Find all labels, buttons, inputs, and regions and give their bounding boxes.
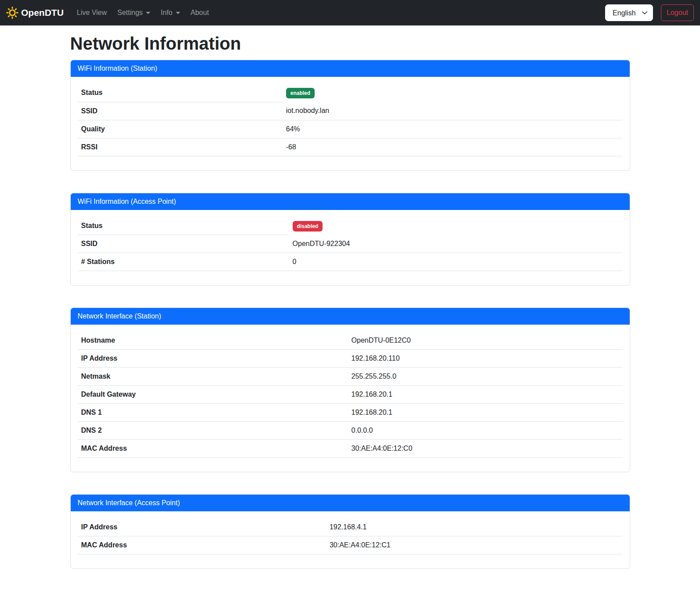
nav-item-settings[interactable]: Settings — [114, 5, 154, 20]
chevron-down-icon — [176, 12, 180, 14]
row-value: 192.168.4.1 — [326, 518, 623, 536]
nav-item-info[interactable]: Info — [157, 5, 184, 20]
table-row: IP Address192.168.20.110 — [78, 350, 623, 368]
row-value: 0 — [289, 253, 623, 271]
info-table: IP Address192.168.4.1MAC Address30:AE:A4… — [78, 518, 623, 554]
language-select-wrap: English — [605, 4, 653, 21]
row-label: MAC Address — [78, 536, 326, 554]
row-label: IP Address — [78, 518, 326, 536]
card-wifi-station: WiFi Information (Station) Statusenabled… — [70, 60, 630, 171]
table-row: # Stations0 — [78, 253, 623, 271]
card-body: StatusenabledSSIDiot.nobody.lanQuality64… — [71, 77, 630, 170]
card-body: HostnameOpenDTU-0E12C0IP Address192.168.… — [71, 325, 630, 472]
row-value: -68 — [283, 138, 623, 156]
sun-icon — [6, 7, 18, 19]
table-row: MAC Address30:AE:A4:0E:12:C0 — [78, 440, 623, 458]
status-badge: enabled — [286, 88, 315, 98]
table-row: DNS 20.0.0.0 — [78, 422, 623, 440]
card-network-interface-access-point: Network Interface (Access Point) IP Addr… — [70, 494, 630, 569]
nav-item-label: About — [191, 9, 209, 17]
row-label: RSSI — [78, 138, 283, 156]
row-value: 192.168.20.110 — [348, 350, 623, 368]
card-header: WiFi Information (Access Point) — [71, 193, 630, 210]
row-label: # Stations — [78, 253, 289, 271]
row-value: 30:AE:A4:0E:12:C0 — [348, 440, 623, 458]
table-row: Statusdisabled — [78, 217, 623, 235]
row-value: enabled — [283, 84, 623, 102]
card-header: Network Interface (Access Point) — [71, 495, 630, 511]
row-value: OpenDTU-0E12C0 — [348, 332, 623, 350]
table-row: SSIDOpenDTU-922304 — [78, 235, 623, 253]
nav-item-label: Settings — [117, 9, 143, 17]
table-row: MAC Address30:AE:A4:0E:12:C1 — [78, 536, 623, 554]
table-row: SSIDiot.nobody.lan — [78, 102, 623, 120]
row-label: MAC Address — [78, 440, 348, 458]
row-value: 192.168.20.1 — [348, 386, 623, 404]
row-label: Netmask — [78, 368, 348, 386]
row-value: disabled — [289, 217, 623, 235]
info-table: HostnameOpenDTU-0E12C0IP Address192.168.… — [78, 332, 623, 458]
row-label: Quality — [78, 120, 283, 138]
navbar-right: English Logout — [605, 4, 694, 21]
row-label: DNS 2 — [78, 422, 348, 440]
card-wifi-access-point: WiFi Information (Access Point) Statusdi… — [70, 193, 630, 286]
table-row: Statusenabled — [78, 84, 623, 102]
page-title: Network Information — [70, 33, 630, 54]
brand-logo[interactable]: OpenDTU — [6, 7, 64, 19]
row-label: Hostname — [78, 332, 348, 350]
row-value: 30:AE:A4:0E:12:C1 — [326, 536, 623, 554]
row-value: 255.255.255.0 — [348, 368, 623, 386]
card-body: IP Address192.168.4.1MAC Address30:AE:A4… — [71, 511, 630, 568]
card-body: StatusdisabledSSIDOpenDTU-922304# Statio… — [71, 210, 630, 286]
status-badge: disabled — [293, 221, 323, 232]
info-table: StatusdisabledSSIDOpenDTU-922304# Statio… — [78, 217, 623, 271]
top-navbar: OpenDTU Live View Settings Info About En… — [0, 0, 700, 25]
row-value: 192.168.20.1 — [348, 404, 623, 422]
brand-label: OpenDTU — [21, 7, 64, 18]
table-row: Netmask255.255.255.0 — [78, 368, 623, 386]
nav-item-about[interactable]: About — [187, 5, 213, 20]
card-header: Network Interface (Station) — [71, 308, 630, 325]
nav-item-live-view[interactable]: Live View — [73, 5, 110, 20]
row-label: IP Address — [78, 350, 348, 368]
table-row: HostnameOpenDTU-0E12C0 — [78, 332, 623, 350]
logout-button[interactable]: Logout — [661, 4, 694, 21]
nav-links: Live View Settings Info About — [72, 5, 214, 20]
row-value: 64% — [283, 120, 623, 138]
main-container: Network Information WiFi Information (St… — [70, 33, 630, 569]
row-label: SSID — [78, 102, 283, 120]
card-header: WiFi Information (Station) — [71, 60, 630, 77]
nav-item-label: Info — [161, 9, 173, 17]
card-network-interface-station: Network Interface (Station) HostnameOpen… — [70, 308, 630, 472]
row-label: Default Gateway — [78, 386, 348, 404]
language-select[interactable]: English — [605, 4, 653, 21]
table-row: RSSI-68 — [78, 138, 623, 156]
row-label: DNS 1 — [78, 404, 348, 422]
table-row: DNS 1192.168.20.1 — [78, 404, 623, 422]
table-row: Quality64% — [78, 120, 623, 138]
row-label: Status — [78, 84, 283, 102]
row-value: iot.nobody.lan — [283, 102, 623, 120]
row-label: SSID — [78, 235, 289, 253]
chevron-down-icon — [146, 12, 150, 14]
nav-item-label: Live View — [77, 9, 107, 17]
info-table: StatusenabledSSIDiot.nobody.lanQuality64… — [78, 84, 623, 156]
row-value: OpenDTU-922304 — [289, 235, 623, 253]
row-label: Status — [78, 217, 289, 235]
row-value: 0.0.0.0 — [348, 422, 623, 440]
table-row: Default Gateway192.168.20.1 — [78, 386, 623, 404]
table-row: IP Address192.168.4.1 — [78, 518, 623, 536]
